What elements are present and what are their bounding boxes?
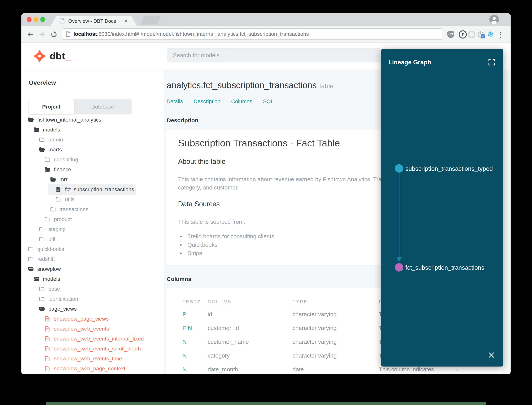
- power-extension-icon[interactable]: x: [476, 30, 486, 39]
- tree-item-snowplow_page_views[interactable]: snowplow_page_views: [21, 314, 164, 324]
- tree-item-label: marts: [48, 147, 62, 153]
- test-badges: P: [183, 311, 188, 317]
- tree-item-fishtown_internal_analytics[interactable]: fishtown_internal_analytics: [21, 115, 164, 125]
- tree-item-transactions[interactable]: transactions: [21, 204, 164, 214]
- column-type: character varying: [293, 325, 336, 331]
- lineage-node-target-label: fct_subscription_transactions: [405, 264, 484, 271]
- folder-closed-icon: [39, 296, 45, 302]
- close-tab-icon[interactable]: ✕: [124, 19, 128, 24]
- source-list-item: Quickbooks: [178, 241, 274, 249]
- forward-icon[interactable]: [38, 31, 46, 38]
- tree-item-redshift[interactable]: redshift: [21, 254, 164, 264]
- url-path: :8080/index.html#!/model/model.fishtown_…: [97, 31, 309, 37]
- tree-item-page_views[interactable]: page_views: [21, 304, 164, 314]
- column-type: date: [293, 366, 304, 373]
- new-tab-button[interactable]: [140, 16, 161, 25]
- card-title: Subscription Transactions - Fact Table: [178, 138, 340, 149]
- column-type: character varying: [293, 311, 336, 317]
- tree-item-consulting[interactable]: consulting: [21, 155, 164, 165]
- tab-description[interactable]: Description: [194, 98, 221, 104]
- model-file-error-icon: [44, 365, 51, 372]
- snowflake-extension-icon[interactable]: ❄: [486, 30, 495, 39]
- dbt-logo[interactable]: dbt_: [33, 50, 71, 62]
- folder-closed-icon: [39, 286, 45, 292]
- test-badges: FN: [183, 325, 194, 331]
- tree-item-snowplow_web_events[interactable]: snowplow_web_events: [21, 324, 164, 334]
- file-tree: fishtown_internal_analyticsmodelsadminma…: [21, 115, 164, 374]
- folder-open-icon: [44, 167, 51, 173]
- zoom-window-button[interactable]: [40, 17, 45, 22]
- folder-closed-icon: [39, 137, 45, 143]
- tab-project[interactable]: Project: [29, 99, 74, 115]
- tree-item-finance[interactable]: finance: [21, 165, 164, 175]
- column-name: customer_name: [208, 338, 249, 345]
- tree-item-admin[interactable]: admin: [21, 135, 164, 145]
- sources-list: Trello boards for consulting clientsQuic…: [178, 232, 274, 257]
- about-paragraph-line: category, and customer.: [178, 183, 388, 192]
- tree-item-staging[interactable]: staging: [21, 224, 164, 234]
- column-row-date_month[interactable]: Ndate_monthdateThis column indicates ...…: [166, 366, 503, 374]
- description-section-label: Description: [167, 117, 198, 124]
- back-icon[interactable]: [26, 31, 34, 38]
- tab-details[interactable]: Details: [167, 98, 183, 104]
- tree-item-label: fishtown_internal_analytics: [37, 117, 101, 123]
- tree-item-models[interactable]: models: [21, 274, 164, 284]
- address-bar[interactable]: localhost:8080/index.html#!/model/model.…: [62, 28, 442, 40]
- svg-text:x: x: [482, 35, 484, 38]
- expand-icon[interactable]: [487, 58, 496, 67]
- folder-open-icon: [39, 306, 45, 312]
- tree-item-models[interactable]: models: [21, 125, 164, 135]
- lineage-node-source[interactable]: [395, 164, 403, 173]
- minimize-window-button[interactable]: [33, 17, 39, 22]
- browser-menu-icon[interactable]: ⋮: [496, 30, 505, 39]
- column-name: customer_id: [208, 325, 239, 331]
- lineage-node-target[interactable]: [395, 263, 403, 272]
- tree-item-label: snowplow_web_page_context: [54, 365, 125, 372]
- close-window-button[interactable]: [26, 17, 32, 22]
- tab-columns[interactable]: Columns: [231, 98, 252, 104]
- tree-item-label: product: [54, 216, 72, 223]
- tree-item-label: admin: [48, 137, 63, 143]
- source-label: Stripe: [187, 250, 202, 256]
- dbt-logo-underscore: _: [65, 51, 71, 61]
- tree-item-snowplow_web_events_time[interactable]: snowplow_web_events_time: [21, 354, 164, 364]
- reload-icon[interactable]: [50, 31, 58, 38]
- tree-item-utils[interactable]: utils: [21, 195, 164, 204]
- disabled-extension-icon[interactable]: [467, 30, 476, 39]
- folder-open-icon: [33, 127, 39, 133]
- tree-item-product[interactable]: product: [21, 214, 164, 224]
- tree-item-snowplow_web_events_scroll_depth[interactable]: snowplow_web_events_scroll_depth: [21, 344, 164, 354]
- browser-profile-avatar[interactable]: [488, 14, 500, 25]
- source-label: Quickbooks: [187, 242, 217, 248]
- ublock-extension-icon[interactable]: UO: [446, 30, 455, 39]
- tree-item-identification[interactable]: identification: [21, 294, 164, 304]
- about-paragraph: This table contains information about re…: [178, 175, 388, 192]
- close-icon[interactable]: [488, 351, 495, 359]
- columns-section-label: Columns: [167, 276, 191, 282]
- tree-item-mrr[interactable]: mrr: [21, 175, 164, 184]
- tree-item-base[interactable]: base: [21, 284, 164, 294]
- column-name: date_month: [208, 366, 238, 373]
- tab-database[interactable]: Database: [74, 99, 131, 115]
- search-input[interactable]: Search for models...: [167, 48, 381, 62]
- folder-closed-icon: [55, 196, 62, 202]
- tree-item-quickbooks[interactable]: quickbooks: [21, 244, 164, 254]
- folder-closed-icon: [44, 216, 51, 223]
- folder-open-icon: [28, 117, 34, 123]
- tree-item-snowplow[interactable]: snowplow: [21, 264, 164, 274]
- browser-tab[interactable]: Overview - DBT Docs ✕: [50, 16, 137, 27]
- model-file-error-icon: [44, 346, 51, 352]
- test-badges: N: [183, 338, 189, 345]
- tree-item-util[interactable]: util: [21, 234, 164, 244]
- tree-item-marts[interactable]: marts: [21, 145, 164, 155]
- tree-item-snowplow_web_events_internal_fixed[interactable]: snowplow_web_events_internal_fixed: [21, 334, 164, 344]
- model-file-error-icon: [44, 336, 51, 342]
- tree-item-snowplow_web_page_context[interactable]: snowplow_web_page_context: [21, 364, 164, 374]
- password-manager-extension-icon[interactable]: [458, 30, 467, 39]
- folder-closed-icon: [28, 246, 34, 252]
- desktop-wallpaper-strip: [46, 402, 486, 405]
- tab-sql[interactable]: SQL: [263, 98, 274, 104]
- lineage-edge: [399, 173, 400, 258]
- tree-item-fct_subscription_transactions[interactable]: fct_subscription_transactions: [21, 184, 164, 195]
- tests-header: TESTS: [183, 299, 201, 304]
